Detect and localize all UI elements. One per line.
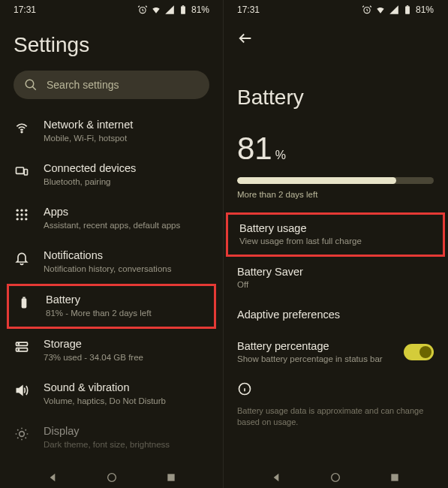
- page-title: Battery: [224, 50, 447, 131]
- brightness-icon: [14, 426, 29, 441]
- nav-back-icon[interactable]: [47, 471, 59, 483]
- svg-point-4: [21, 131, 23, 133]
- svg-point-3: [26, 80, 34, 88]
- svg-rect-5: [17, 167, 24, 173]
- signal-icon: [389, 5, 399, 15]
- battery-progress-fill: [237, 177, 396, 184]
- item-subtitle: Notification history, conversations: [44, 264, 209, 275]
- nav-recent-icon[interactable]: [389, 471, 401, 483]
- svg-point-23: [107, 474, 116, 482]
- alarm-icon: [362, 5, 372, 15]
- sound-icon: [14, 383, 29, 398]
- item-subtitle: Off: [237, 279, 434, 291]
- item-subtitle: 81% - More than 2 days left: [46, 308, 207, 319]
- status-bar: 17:31 81%: [0, 0, 223, 18]
- item-subtitle: View usage from last full charge: [239, 236, 431, 247]
- item-title: Notifications: [44, 249, 209, 261]
- nav-bar: [224, 465, 447, 488]
- disclaimer-text: Battery usage data is approximate and ca…: [224, 402, 447, 432]
- svg-rect-1: [181, 6, 185, 14]
- back-button[interactable]: [224, 18, 447, 50]
- storage-icon: [14, 339, 29, 354]
- settings-item-display[interactable]: DisplayDark theme, font size, brightness: [5, 416, 218, 459]
- settings-item-storage[interactable]: Storage73% used - 34.04 GB free: [5, 329, 218, 372]
- battery-icon: [17, 295, 32, 310]
- status-battery: 81%: [416, 5, 434, 15]
- item-subtitle: Volume, haptics, Do Not Disturb: [44, 396, 209, 407]
- nav-bar: [0, 465, 223, 488]
- pct-sign: %: [275, 149, 286, 162]
- svg-rect-2: [182, 5, 184, 6]
- status-icons: 81%: [137, 5, 209, 15]
- battery-status-icon: [178, 5, 188, 15]
- item-subtitle: Assistant, recent apps, default apps: [44, 220, 209, 231]
- battery-item-percentage[interactable]: Battery percentageShow battery percentag…: [224, 331, 447, 374]
- svg-rect-17: [23, 297, 25, 298]
- item-title: Network & internet: [44, 119, 209, 131]
- svg-rect-27: [407, 5, 408, 6]
- item-subtitle: Dark theme, font size, brightness: [44, 439, 209, 450]
- item-subtitle: Show battery percentage in status bar: [237, 354, 404, 365]
- svg-rect-30: [392, 474, 398, 480]
- battery-item-usage[interactable]: Battery usageView usage from last full c…: [226, 212, 445, 257]
- svg-point-7: [17, 209, 19, 211]
- status-time: 17:31: [237, 5, 260, 15]
- nav-home-icon[interactable]: [106, 471, 118, 483]
- wifi-icon: [151, 5, 161, 15]
- time-left: More than 2 days left: [224, 190, 447, 212]
- item-subtitle: Bluetooth, pairing: [44, 176, 209, 188]
- item-subtitle: Mobile, Wi-Fi, hotspot: [44, 133, 209, 144]
- svg-point-29: [332, 474, 340, 482]
- nav-home-icon[interactable]: [329, 471, 341, 483]
- svg-point-9: [25, 209, 27, 211]
- nav-back-icon[interactable]: [270, 471, 282, 483]
- svg-point-12: [25, 213, 27, 215]
- battery-item-adaptive[interactable]: Adaptive preferences: [224, 300, 447, 331]
- battery-status-icon: [402, 5, 413, 15]
- settings-item-sound[interactable]: Sound & vibrationVolume, haptics, Do Not…: [5, 372, 218, 416]
- item-title: Storage: [44, 338, 209, 350]
- pct-value: 81: [237, 131, 272, 167]
- item-title: Apps: [44, 206, 209, 218]
- item-title: Battery: [46, 294, 207, 306]
- settings-item-battery[interactable]: Battery81% - More than 2 days left: [7, 284, 216, 329]
- item-title: Display: [44, 425, 209, 437]
- battery-list: Battery usageView usage from last full c…: [224, 212, 447, 374]
- svg-point-21: [18, 349, 19, 350]
- settings-item-network[interactable]: Network & internetMobile, Wi-Fi, hotspot: [5, 110, 218, 153]
- battery-percentage-display: 81 %: [224, 131, 447, 173]
- info-icon: [237, 381, 252, 396]
- bell-icon: [14, 251, 29, 266]
- apps-icon: [14, 207, 29, 222]
- svg-point-10: [17, 213, 19, 215]
- status-bar: 17:31 81%: [224, 0, 447, 18]
- search-bar[interactable]: Search settings: [14, 71, 209, 99]
- search-placeholder: Search settings: [47, 79, 119, 91]
- battery-item-saver[interactable]: Battery SaverOff: [224, 257, 447, 300]
- settings-item-connected[interactable]: Connected devicesBluetooth, pairing: [5, 153, 218, 197]
- wifi-icon: [14, 120, 29, 135]
- item-title: Battery percentage: [237, 340, 404, 352]
- svg-rect-6: [24, 169, 27, 175]
- settings-list: Network & internetMobile, Wi-Fi, hotspot…: [0, 110, 223, 459]
- percentage-toggle[interactable]: [404, 344, 434, 360]
- devices-icon: [14, 164, 29, 179]
- item-title: Connected devices: [44, 162, 209, 174]
- page-title: Settings: [0, 18, 223, 71]
- status-icons: 81%: [362, 5, 434, 15]
- svg-point-11: [20, 213, 23, 215]
- alarm-icon: [137, 5, 148, 15]
- battery-screen: 17:31 81% Battery 81 % More than 2 days …: [224, 0, 447, 488]
- settings-item-apps[interactable]: AppsAssistant, recent apps, default apps: [5, 197, 218, 240]
- battery-progress: [237, 177, 434, 184]
- item-title: Adaptive preferences: [237, 309, 434, 321]
- settings-item-notifications[interactable]: NotificationsNotification history, conve…: [5, 240, 218, 284]
- svg-point-15: [25, 218, 27, 220]
- svg-rect-24: [167, 474, 174, 480]
- item-title: Sound & vibration: [44, 381, 209, 393]
- nav-recent-icon[interactable]: [165, 471, 177, 483]
- wifi-icon: [375, 5, 386, 15]
- svg-point-20: [18, 343, 19, 344]
- info-button[interactable]: [224, 374, 447, 402]
- item-title: Battery Saver: [237, 266, 434, 278]
